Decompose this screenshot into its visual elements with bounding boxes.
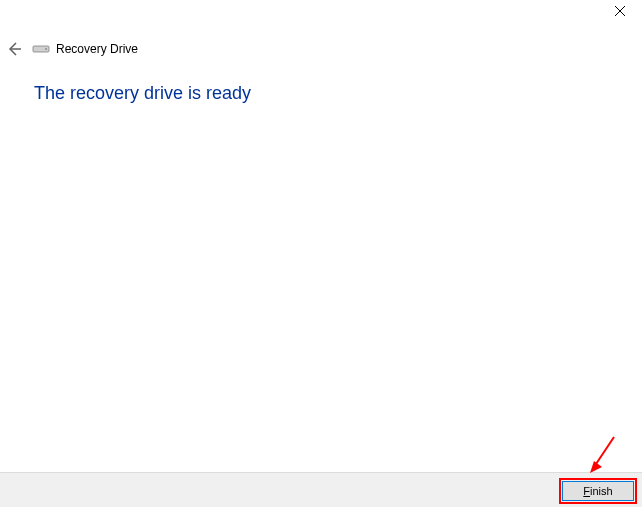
- back-button[interactable]: [6, 41, 22, 57]
- close-button[interactable]: [614, 4, 626, 20]
- footer-bar: Finish: [0, 472, 642, 507]
- page-heading: The recovery drive is ready: [34, 83, 251, 104]
- annotation-arrow: [588, 435, 618, 475]
- wizard-title: Recovery Drive: [56, 42, 138, 56]
- wizard-header: Recovery Drive: [6, 39, 138, 59]
- drive-icon: [32, 44, 50, 54]
- finish-button[interactable]: Finish: [562, 481, 634, 501]
- svg-line-5: [594, 437, 614, 467]
- svg-point-4: [45, 48, 47, 50]
